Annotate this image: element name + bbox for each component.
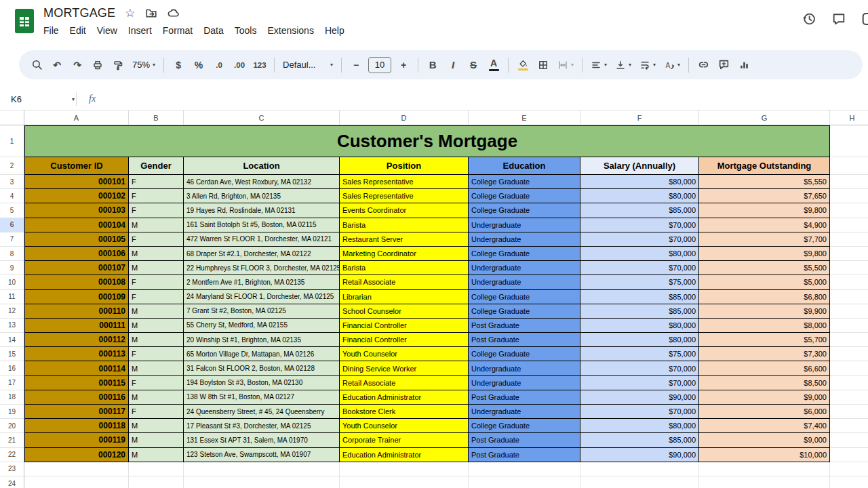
- menu-file[interactable]: File: [38, 23, 64, 38]
- cell-D24[interactable]: [340, 476, 469, 488]
- cell-C11[interactable]: 24 Maryland St FLOOR 1, Dorchester, MA 0…: [184, 290, 340, 304]
- cell-C7[interactable]: 472 Warren St FLOOR 1, Dorchester, MA 02…: [184, 232, 340, 247]
- cell-D20[interactable]: Youth Counselor: [340, 419, 469, 433]
- cell-H2[interactable]: [830, 157, 868, 175]
- cell-H14[interactable]: [830, 333, 868, 347]
- cell-C19[interactable]: 24 Queensberry Street, # 45, 24 Queensbe…: [184, 405, 340, 419]
- row-header-1[interactable]: 1: [0, 125, 24, 157]
- cell-B10[interactable]: F: [129, 275, 184, 289]
- cell-D7[interactable]: Restaurant Server: [340, 232, 469, 247]
- cell-E23[interactable]: [469, 462, 580, 476]
- cell-F3[interactable]: $80,000: [580, 175, 699, 189]
- cell-G12[interactable]: $9,900: [699, 304, 830, 319]
- cell-E17[interactable]: Undergraduate: [469, 376, 580, 390]
- decrease-font-size-button[interactable]: −: [347, 55, 366, 75]
- cell-D2[interactable]: Position: [340, 157, 469, 175]
- cell-A7[interactable]: 000105: [24, 232, 129, 247]
- merge-cells-button[interactable]: ▾: [554, 55, 577, 75]
- cell-H20[interactable]: [830, 419, 868, 433]
- cell-B18[interactable]: M: [129, 390, 184, 405]
- comments-icon[interactable]: [831, 12, 846, 26]
- horizontal-align-button[interactable]: ▾: [587, 55, 610, 75]
- cell-D21[interactable]: Corporate Trainer: [340, 433, 469, 447]
- cell-E6[interactable]: Undergraduate: [469, 218, 580, 232]
- column-header-F[interactable]: F: [580, 110, 699, 125]
- cell-H6[interactable]: [830, 218, 868, 232]
- row-header-7[interactable]: 7: [0, 232, 24, 247]
- fill-color-button[interactable]: [513, 55, 532, 75]
- menu-edit[interactable]: Edit: [64, 23, 92, 38]
- cell-E12[interactable]: College Graduate: [469, 304, 580, 319]
- cell-G20[interactable]: $7,400: [699, 419, 830, 433]
- sheets-logo-icon[interactable]: [15, 9, 34, 36]
- redo-icon[interactable]: ↷: [68, 55, 87, 75]
- cell-A5[interactable]: 000103: [24, 203, 129, 218]
- cell-D11[interactable]: Librarian: [340, 290, 469, 304]
- cell-G15[interactable]: $7,300: [699, 347, 830, 361]
- cell-B22[interactable]: M: [129, 448, 184, 462]
- cell-D17[interactable]: Retail Associate: [340, 376, 469, 390]
- cell-H21[interactable]: [830, 433, 868, 447]
- cell-C23[interactable]: [184, 462, 340, 476]
- cell-B6[interactable]: M: [129, 218, 184, 232]
- insert-link-icon[interactable]: [694, 55, 713, 75]
- cell-G5[interactable]: $9,800: [699, 203, 830, 218]
- cell-A14[interactable]: 000112: [24, 333, 129, 347]
- cell-A11[interactable]: 000109: [24, 290, 129, 304]
- cell-G21[interactable]: $9,000: [699, 433, 830, 447]
- cell-A21[interactable]: 000119: [24, 433, 129, 447]
- cell-A6[interactable]: 000104: [24, 218, 129, 232]
- cell-A22[interactable]: 000120: [24, 448, 129, 462]
- cell-H7[interactable]: [830, 232, 868, 247]
- cell-C22[interactable]: 123 Stetson Ave, Swampscott, MA 01907: [184, 448, 340, 462]
- cell-C4[interactable]: 3 Allen Rd, Brighton, MA 02135: [184, 189, 340, 203]
- cell-B17[interactable]: F: [129, 376, 184, 390]
- insert-comment-icon[interactable]: [714, 55, 733, 75]
- cell-B4[interactable]: F: [129, 189, 184, 203]
- cell-F8[interactable]: $80,000: [580, 247, 699, 261]
- search-icon[interactable]: [27, 55, 46, 75]
- cell-D22[interactable]: Education Administrator: [340, 448, 469, 462]
- cell-F19[interactable]: $70,000: [580, 405, 699, 419]
- cell-B14[interactable]: M: [129, 333, 184, 347]
- column-header-A[interactable]: A: [24, 110, 129, 125]
- cell-G24[interactable]: [699, 476, 830, 488]
- cell-E13[interactable]: Post Graduate: [469, 319, 580, 333]
- document-title[interactable]: MORTGAGE: [43, 6, 115, 20]
- column-header-G[interactable]: G: [699, 110, 830, 125]
- cell-A17[interactable]: 000115: [24, 376, 129, 390]
- menu-tools[interactable]: Tools: [229, 23, 262, 38]
- cell-A8[interactable]: 000106: [24, 247, 129, 261]
- cell-G22[interactable]: $10,000: [699, 448, 830, 462]
- column-header-D[interactable]: D: [340, 110, 469, 125]
- cell-F18[interactable]: $90,000: [580, 390, 699, 405]
- cell-B11[interactable]: F: [129, 290, 184, 304]
- cell-D12[interactable]: School Counselor: [340, 304, 469, 319]
- cell-F16[interactable]: $70,000: [580, 361, 699, 375]
- borders-button[interactable]: [534, 55, 553, 75]
- cell-A20[interactable]: 000118: [24, 419, 129, 433]
- cell-B12[interactable]: M: [129, 304, 184, 319]
- zoom-select[interactable]: 75%▾: [129, 55, 159, 75]
- cell-D10[interactable]: Retail Associate: [340, 275, 469, 289]
- cell-E4[interactable]: College Graduate: [469, 189, 580, 203]
- more-formats-button[interactable]: 123: [250, 55, 269, 75]
- cell-F2[interactable]: Salary (Annually): [580, 157, 699, 175]
- cell-B7[interactable]: F: [129, 232, 184, 247]
- cell-H9[interactable]: [830, 261, 868, 275]
- cell-H3[interactable]: [830, 175, 868, 189]
- cell-F17[interactable]: $70,000: [580, 376, 699, 390]
- cell-F15[interactable]: $75,000: [580, 347, 699, 361]
- cell-C20[interactable]: 17 Pleasant St #3, Dorchester, MA 02125: [184, 419, 340, 433]
- cell-B24[interactable]: [129, 476, 184, 488]
- cell-E16[interactable]: Undergraduate: [469, 361, 580, 375]
- cell-F5[interactable]: $85,000: [580, 203, 699, 218]
- cell-H10[interactable]: [830, 275, 868, 289]
- cell-C16[interactable]: 31 Falcon St FLOOR 2, Boston, MA 02128: [184, 361, 340, 375]
- cell-D23[interactable]: [340, 462, 469, 476]
- cell-D8[interactable]: Marketing Coordinator: [340, 247, 469, 261]
- italic-button[interactable]: I: [443, 55, 462, 75]
- increase-decimals-button[interactable]: .00: [230, 55, 249, 75]
- cell-E5[interactable]: College Graduate: [469, 203, 580, 218]
- cell-D5[interactable]: Events Coordinator: [340, 203, 469, 218]
